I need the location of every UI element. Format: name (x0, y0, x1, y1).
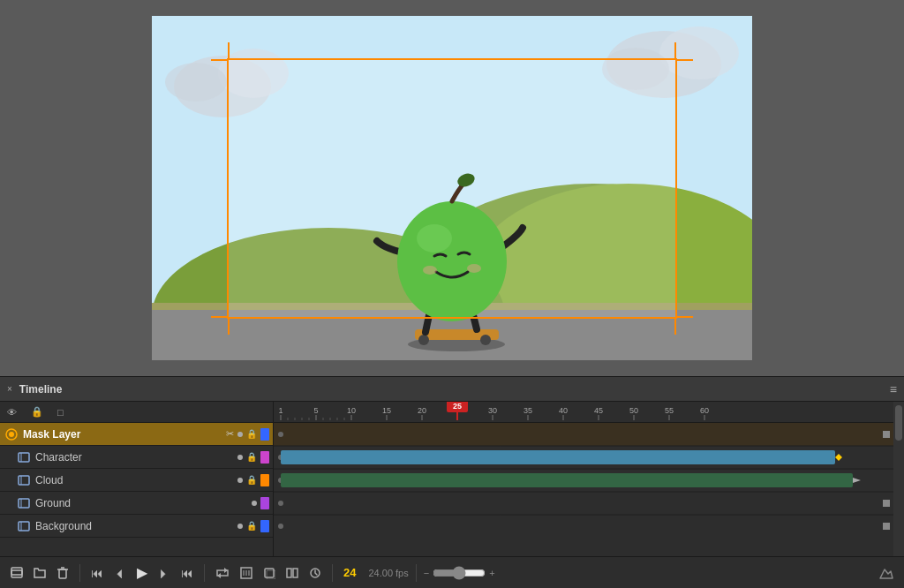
svg-point-81 (278, 524, 283, 529)
ground-layer-name: Ground (35, 497, 252, 509)
svg-rect-77 (274, 492, 893, 515)
current-frame-display: 24 (340, 566, 359, 579)
fps-rate-display: 24.00 fps (368, 568, 408, 578)
play-button[interactable]: ▶ (133, 562, 151, 583)
canvas-container (152, 16, 752, 360)
svg-point-78 (278, 501, 283, 506)
svg-text:35: 35 (524, 406, 532, 415)
layer-controls-row: 👁 🔒 □ (0, 402, 273, 423)
svg-text:45: 45 (594, 406, 603, 415)
timeline-header: × Timeline ≡ (0, 377, 904, 402)
mask-dot (237, 432, 243, 437)
cloud-dot (237, 478, 243, 483)
timeline-close-button[interactable]: × (7, 384, 12, 394)
mountain-chart-button[interactable] (876, 565, 897, 581)
layer-row-ground[interactable]: Ground (0, 492, 273, 515)
mask-layer-controls: ✂ 🔒 (226, 428, 269, 441)
mask-layer-name: Mask Layer (23, 428, 226, 441)
sync-button[interactable] (305, 565, 325, 581)
step-back-button[interactable]: ⏴ (110, 564, 130, 582)
svg-point-20 (417, 224, 452, 253)
svg-point-16 (480, 335, 491, 345)
preview-area (0, 0, 904, 376)
mask-layer-icon (4, 426, 19, 442)
layer-row-cloud[interactable]: Cloud 🔒 (0, 469, 273, 492)
svg-rect-75 (281, 473, 853, 487)
svg-rect-101 (293, 569, 298, 577)
separator-4 (416, 564, 417, 582)
zoom-in-icon: + (489, 568, 494, 578)
box-icon: □ (57, 407, 64, 418)
svg-text:30: 30 (488, 406, 497, 415)
svg-text:50: 50 (629, 406, 638, 415)
svg-rect-79 (883, 500, 890, 507)
cloud-layer-name: Cloud (35, 474, 237, 486)
svg-rect-80 (274, 515, 893, 538)
svg-text:1: 1 (278, 406, 282, 415)
new-layer-button[interactable] (7, 565, 26, 581)
transport-bar: ⏮ ⏴ ▶ ⏵ ⏮ 24 24.00 fps − + (0, 556, 904, 588)
ground-layer-controls (252, 497, 269, 509)
background-layer-controls: 🔒 (237, 520, 269, 532)
ruler-svg: 1 5 10 15 20 25 30 (274, 402, 893, 420)
separator-3 (332, 564, 333, 582)
cloud-lock-icon: 🔒 (246, 475, 257, 485)
scrollbar-thumb[interactable] (895, 405, 902, 441)
layer-row-character[interactable]: Character 🔒 (0, 446, 273, 469)
tracks-outer: 1 5 10 15 20 25 30 (274, 402, 904, 556)
tracks-panel[interactable]: 1 5 10 15 20 25 30 (274, 402, 893, 556)
svg-rect-68 (883, 431, 890, 438)
svg-point-23 (467, 264, 481, 273)
svg-rect-66 (274, 423, 893, 446)
ground-color (260, 497, 269, 509)
bg-lock-icon: 🔒 (246, 521, 257, 531)
svg-rect-100 (287, 569, 291, 577)
svg-rect-87 (11, 570, 22, 577)
timeline-menu-button[interactable]: ≡ (890, 382, 897, 396)
svg-rect-89 (59, 569, 66, 578)
cloud-layer-controls: 🔒 (237, 474, 269, 486)
loop-toggle-button[interactable] (212, 565, 233, 581)
layer-row-background[interactable]: Background 🔒 (0, 515, 273, 538)
svg-point-25 (9, 432, 14, 437)
svg-rect-82 (883, 523, 890, 530)
skip-to-start-button[interactable]: ⏮ (87, 564, 107, 582)
svg-text:10: 10 (347, 406, 356, 415)
timeline-title: Timeline (19, 383, 62, 396)
layer-row-mask[interactable]: Mask Layer ✂ 🔒 (0, 423, 273, 446)
mask-color (260, 428, 269, 441)
background-layer-icon (16, 518, 32, 534)
onion-skin-button[interactable] (260, 565, 279, 581)
vertical-scrollbar[interactable] (893, 402, 904, 556)
zoom-slider[interactable] (433, 566, 486, 580)
scene-canvas (152, 16, 752, 360)
bg-color (260, 520, 269, 532)
svg-text:20: 20 (418, 406, 426, 415)
svg-point-15 (418, 335, 429, 345)
svg-rect-27 (19, 476, 29, 485)
svg-marker-103 (880, 569, 893, 578)
svg-text:25: 25 (453, 402, 462, 411)
character-dot (237, 455, 243, 460)
svg-text:60: 60 (700, 406, 709, 415)
new-folder-button[interactable] (30, 565, 49, 581)
bg-dot (237, 524, 243, 529)
svg-point-19 (397, 201, 507, 321)
character-layer-icon (16, 449, 32, 465)
step-forward-button[interactable]: ⏵ (154, 564, 174, 582)
svg-rect-88 (11, 568, 22, 575)
zoom-out-icon: − (424, 568, 429, 578)
character-layer-name: Character (35, 451, 237, 464)
svg-rect-26 (19, 453, 29, 462)
svg-text:55: 55 (665, 406, 674, 415)
ground-layer-icon (16, 495, 32, 511)
skip-to-end-button[interactable]: ⏮ (177, 564, 197, 582)
svg-rect-28 (19, 499, 29, 508)
svg-text:5: 5 (313, 406, 318, 415)
edit-multiple-frames-button[interactable] (282, 565, 302, 581)
svg-point-67 (278, 432, 283, 437)
snap-button[interactable] (237, 565, 256, 581)
track-rows-svg (274, 423, 893, 538)
delete-layer-button[interactable] (53, 565, 72, 581)
timeline-panel: × Timeline ≡ 👁 🔒 □ Mask Layer ✂ (0, 376, 904, 588)
